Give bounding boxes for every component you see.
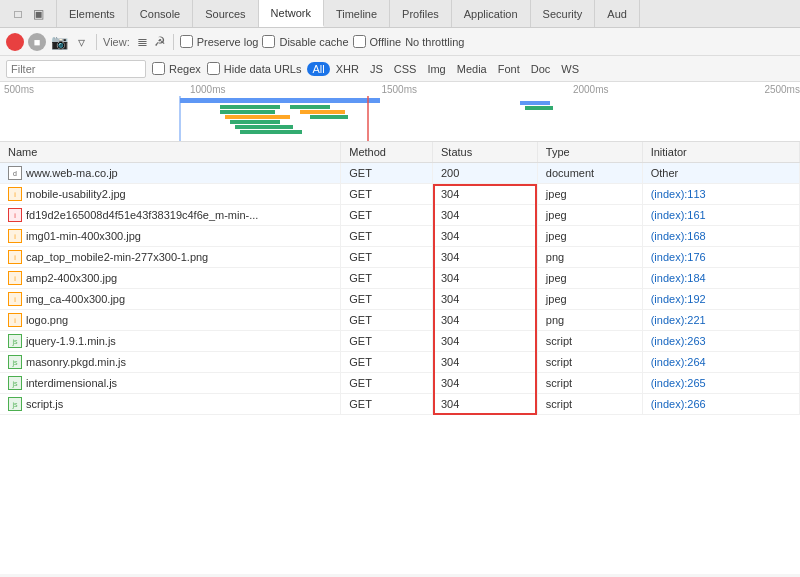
type-filter-btn-media[interactable]: Media <box>452 62 492 76</box>
name-cell: i img_ca-400x300.jpg <box>0 289 341 310</box>
type-cell: png <box>537 310 642 331</box>
disable-cache-label[interactable]: Disable cache <box>262 35 348 48</box>
table-row[interactable]: js interdimensional.js GET 304 script (i… <box>0 373 800 394</box>
js-icon: js <box>8 334 22 348</box>
initiator-link[interactable]: (index):264 <box>651 356 706 368</box>
table-row[interactable]: i img_ca-400x300.jpg GET 304 jpeg (index… <box>0 289 800 310</box>
table-row[interactable]: i mobile-usability2.jpg GET 304 jpeg (in… <box>0 184 800 205</box>
type-filter-btn-font[interactable]: Font <box>493 62 525 76</box>
view-list-icon[interactable]: ≣ <box>137 34 148 49</box>
type-filter-btn-img[interactable]: Img <box>422 62 450 76</box>
table-row[interactable]: i fd19d2e165008d4f51e43f38319c4f6e_m-min… <box>0 205 800 226</box>
col-header-type[interactable]: Type <box>537 142 642 163</box>
table-row[interactable]: js masonry.pkgd.min.js GET 304 script (i… <box>0 352 800 373</box>
preserve-log-label[interactable]: Preserve log <box>180 35 259 48</box>
table-row[interactable]: i cap_top_mobile2-min-277x300-1.png GET … <box>0 247 800 268</box>
type-cell: png <box>537 247 642 268</box>
table-row[interactable]: i img01-min-400x300.jpg GET 304 jpeg (in… <box>0 226 800 247</box>
status-cell: 304 <box>433 247 538 268</box>
method-cell: GET <box>341 310 433 331</box>
record-button[interactable] <box>6 33 24 51</box>
offline-label[interactable]: Offline <box>353 35 402 48</box>
initiator-link[interactable]: (index):161 <box>651 209 706 221</box>
type-filter-btn-xhr[interactable]: XHR <box>331 62 364 76</box>
hide-data-label[interactable]: Hide data URLs <box>207 62 302 75</box>
initiator-link[interactable]: (index):184 <box>651 272 706 284</box>
initiator-link[interactable]: (index):168 <box>651 230 706 242</box>
table-row[interactable]: d www.web-ma.co.jp GET 200 document Othe… <box>0 163 800 184</box>
tab-elements[interactable]: Elements <box>57 0 128 27</box>
status-cell: 304 <box>433 226 538 247</box>
timeline-chart <box>0 96 800 142</box>
disable-cache-checkbox[interactable] <box>262 35 275 48</box>
col-header-method[interactable]: Method <box>341 142 433 163</box>
type-filter-btn-doc[interactable]: Doc <box>526 62 556 76</box>
nav-icons: □ ▣ <box>0 0 57 27</box>
view-chart-icon[interactable]: ☭ <box>154 34 166 49</box>
offline-checkbox[interactable] <box>353 35 366 48</box>
toolbar: ■ 📷 ▿ View: ≣ ☭ Preserve log Disable cac… <box>0 28 800 56</box>
timeline-tick: 2500ms <box>760 84 800 96</box>
type-filter-btn-all[interactable]: All <box>307 62 329 76</box>
regex-label[interactable]: Regex <box>152 62 201 75</box>
name-cell: i logo.png <box>0 310 341 331</box>
type-cell: jpeg <box>537 205 642 226</box>
filter-input[interactable] <box>6 60 146 78</box>
offline-text: Offline <box>370 36 402 48</box>
filter-icon[interactable]: ▿ <box>72 33 90 51</box>
tab-profiles[interactable]: Profiles <box>390 0 452 27</box>
method-cell: GET <box>341 289 433 310</box>
initiator-cell: (index):265 <box>642 373 799 394</box>
type-filter-buttons: AllXHRJSCSSImgMediaFontDocWS <box>307 62 584 76</box>
table-row[interactable]: i logo.png GET 304 png (index):221 <box>0 310 800 331</box>
initiator-cell: (index):184 <box>642 268 799 289</box>
method-cell: GET <box>341 226 433 247</box>
svg-rect-0 <box>180 98 380 103</box>
timeline-tick: 1000ms <box>186 84 226 96</box>
tab-timeline[interactable]: Timeline <box>324 0 390 27</box>
tab-application[interactable]: Application <box>452 0 531 27</box>
nav-tabs: □ ▣ Elements Console Sources Network Tim… <box>0 0 800 28</box>
timeline-area: 500ms1000ms1500ms2000ms2500ms <box>0 82 800 142</box>
device-icon[interactable]: ▣ <box>30 6 46 22</box>
tab-console[interactable]: Console <box>128 0 193 27</box>
type-cell: script <box>537 331 642 352</box>
initiator-cell: (index):113 <box>642 184 799 205</box>
file-name: cap_top_mobile2-min-277x300-1.png <box>26 251 208 263</box>
file-name: masonry.pkgd.min.js <box>26 356 126 368</box>
regex-checkbox[interactable] <box>152 62 165 75</box>
name-cell: i mobile-usability2.jpg <box>0 184 341 205</box>
status-cell: 304 <box>433 394 538 415</box>
initiator-cell: Other <box>642 163 799 184</box>
table-row[interactable]: i amp2-400x300.jpg GET 304 jpeg (index):… <box>0 268 800 289</box>
table-row[interactable]: js script.js GET 304 script (index):266 <box>0 394 800 415</box>
initiator-link[interactable]: (index):221 <box>651 314 706 326</box>
initiator-link[interactable]: (index):176 <box>651 251 706 263</box>
camera-icon[interactable]: 📷 <box>50 33 68 51</box>
initiator-link[interactable]: (index):113 <box>651 188 706 200</box>
initiator-link[interactable]: (index):265 <box>651 377 706 389</box>
col-header-name[interactable]: Name <box>0 142 341 163</box>
type-filter-btn-ws[interactable]: WS <box>556 62 584 76</box>
preserve-log-checkbox[interactable] <box>180 35 193 48</box>
initiator-link[interactable]: (index):266 <box>651 398 706 410</box>
tab-security[interactable]: Security <box>531 0 596 27</box>
file-name: script.js <box>26 398 63 410</box>
inspect-icon[interactable]: □ <box>10 6 26 22</box>
col-header-status[interactable]: Status <box>433 142 538 163</box>
type-cell: script <box>537 352 642 373</box>
hide-data-checkbox[interactable] <box>207 62 220 75</box>
table-row[interactable]: js jquery-1.9.1.min.js GET 304 script (i… <box>0 331 800 352</box>
tab-audits[interactable]: Aud <box>595 0 640 27</box>
img-icon: i <box>8 313 22 327</box>
img-icon: i <box>8 229 22 243</box>
tab-sources[interactable]: Sources <box>193 0 258 27</box>
type-filter-btn-css[interactable]: CSS <box>389 62 422 76</box>
initiator-link[interactable]: (index):192 <box>651 293 706 305</box>
tab-network[interactable]: Network <box>259 0 324 27</box>
doc-icon: d <box>8 166 22 180</box>
col-header-initiator[interactable]: Initiator <box>642 142 799 163</box>
stop-button[interactable]: ■ <box>28 33 46 51</box>
type-filter-btn-js[interactable]: JS <box>365 62 388 76</box>
initiator-link[interactable]: (index):263 <box>651 335 706 347</box>
